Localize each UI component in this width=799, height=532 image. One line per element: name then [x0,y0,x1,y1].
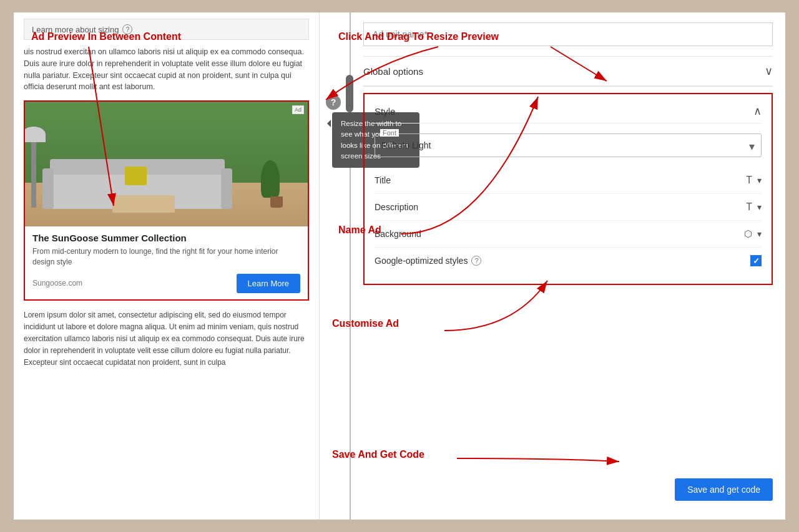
google-opt-checkbox[interactable] [750,255,762,266]
title-controls: T ▾ [746,175,762,186]
top-lorem-text: uis nostrud exercitan on ullamco laboris… [24,46,309,93]
google-opt-label-container: Google-optimized styles ? [375,256,481,266]
ad-title: The SunGoose Summer Collection [32,233,300,243]
help-icon[interactable]: ? [122,24,132,34]
coffee-table [112,195,175,213]
plant-leaves [261,160,280,198]
ad-image: Ad [25,102,308,226]
description-style-row: Description T ▾ [375,194,762,221]
learn-more-bar: Learn more about sizing ? [24,19,309,40]
google-opt-label: Google-optimized styles [375,256,468,266]
description-text-format-icon[interactable]: T [746,201,752,213]
google-opt-help-icon[interactable]: ? [471,256,481,266]
description-controls: T ▾ [746,201,762,213]
title-dropdown-arrow-icon[interactable]: ▾ [757,175,762,185]
ad-badge: Ad [292,105,304,114]
learn-more-button[interactable]: Learn More [237,274,300,293]
description-label: Description [375,202,418,212]
left-panel: Learn more about sizing ? uis nostrud ex… [14,12,320,520]
global-options-chevron-down-icon: ∨ [765,64,773,78]
save-get-code-button[interactable]: Save and get code [675,478,773,501]
background-dropdown-arrow-icon[interactable]: ▾ [757,229,762,239]
ad-unit-name-input[interactable] [363,22,773,46]
sofa-pillow [125,167,147,185]
ad-footer: Sungoose.com Learn More [32,274,300,293]
ad-domain: Sungoose.com [32,279,82,288]
ad-card: Ad The SunGoose Summer Collection From m… [24,100,309,301]
title-label: Title [375,175,391,185]
content-area: Learn more about sizing ? uis nostrud ex… [14,12,785,520]
style-label: Style [375,106,395,117]
font-fieldset: Font Roboto Light ▾ [375,133,762,157]
global-options-label: Global options [363,66,423,77]
sofa-armrest-right [221,168,232,209]
bottom-lorem-text: Lorem ipsum dolor sit amet, consectetur … [24,309,309,369]
section-divider-mid [363,86,773,87]
background-paint-bucket-icon[interactable]: ⬡ [744,228,752,239]
title-style-row: Title T ▾ [375,167,762,194]
style-chevron-up-icon: ∧ [753,104,762,118]
background-controls: ⬡ ▾ [744,228,762,239]
style-section: Style ∧ Font Roboto Light ▾ Title T [363,93,773,285]
ad-description: From mid-century modern to lounge, find … [32,246,300,268]
background-style-row: Background ⬡ ▾ [375,221,762,248]
right-panel: Global options ∨ Style ∧ Font Roboto Lig… [351,12,785,520]
sofa-armrest-left [42,168,54,209]
style-section-header[interactable]: Style ∧ [375,104,762,123]
main-container: Learn more about sizing ? uis nostrud ex… [14,12,785,520]
font-select[interactable]: Roboto Light [381,137,755,152]
title-text-format-icon[interactable]: T [746,175,752,186]
lamp-shade [25,127,46,142]
background-label: Background [375,229,421,239]
lamp [31,127,36,208]
room-scene [25,102,308,226]
plant [264,145,289,208]
global-options-section-header[interactable]: Global options ∨ [363,57,773,86]
learn-more-text: Learn more about sizing [32,25,119,34]
description-dropdown-arrow-icon[interactable]: ▾ [757,202,762,212]
plant-pot [270,196,283,208]
ad-content: The SunGoose Summer Collection From mid-… [25,226,308,299]
tooltip-icon: ? [326,95,341,110]
middle-panel: ? Resize the width to see what your ad l… [320,12,351,520]
font-legend: Font [380,129,399,137]
google-opt-style-row: Google-optimized styles ? [375,248,762,274]
